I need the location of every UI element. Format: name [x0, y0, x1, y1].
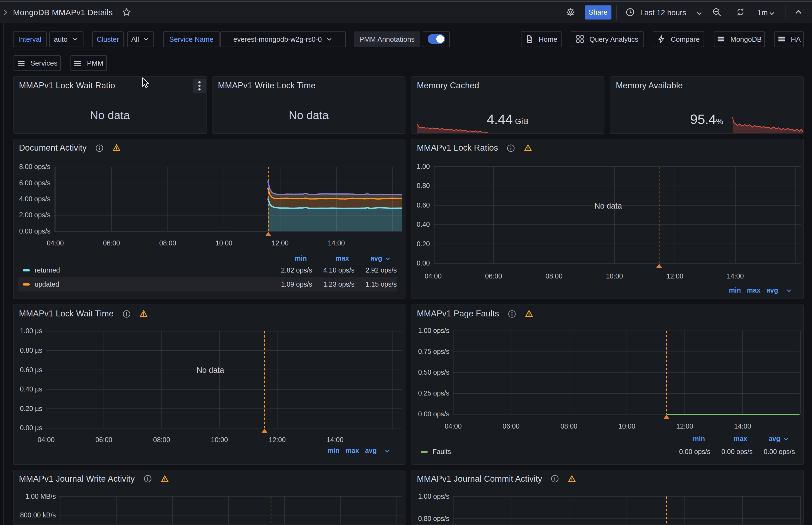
svg-text:12:00: 12:00: [676, 422, 693, 430]
svg-text:06:00: 06:00: [95, 436, 113, 444]
svg-text:14:00: 14:00: [327, 436, 344, 444]
svg-text:0.00: 0.00: [416, 259, 430, 267]
svg-text:08:00: 08:00: [546, 272, 563, 280]
svg-text:0.00 ops/s: 0.00 ops/s: [418, 410, 449, 418]
svg-text:14:00: 14:00: [727, 272, 744, 280]
svg-text:04:00: 04:00: [425, 272, 442, 280]
svg-text:0.80: 0.80: [416, 182, 430, 189]
svg-text:0.40 µs: 0.40 µs: [20, 385, 42, 393]
svg-text:0.80 µs: 0.80 µs: [20, 346, 42, 354]
svg-text:6.00 ops/s: 6.00 ops/s: [19, 179, 50, 187]
svg-text:1.00 ops/s: 1.00 ops/s: [418, 492, 449, 500]
svg-text:1.00 ops/s: 1.00 ops/s: [418, 327, 449, 334]
svg-text:No data: No data: [196, 366, 224, 374]
svg-text:0.20 µs: 0.20 µs: [20, 405, 42, 412]
svg-text:0.00 ops/s: 0.00 ops/s: [19, 227, 50, 235]
svg-text:4.00 ops/s: 4.00 ops/s: [19, 195, 50, 202]
svg-text:1.00 µs: 1.00 µs: [20, 327, 42, 334]
svg-text:0.60: 0.60: [416, 201, 430, 209]
svg-text:14:00: 14:00: [328, 239, 345, 247]
svg-text:04:00: 04:00: [47, 239, 64, 247]
svg-text:08:00: 08:00: [153, 436, 170, 444]
svg-text:06:00: 06:00: [103, 239, 120, 247]
svg-text:0.75 ops/s: 0.75 ops/s: [418, 348, 449, 355]
svg-text:800.00 kB/s: 800.00 kB/s: [20, 511, 56, 519]
svg-text:No data: No data: [594, 201, 622, 210]
svg-text:0.20: 0.20: [416, 240, 430, 247]
svg-text:0.25 ops/s: 0.25 ops/s: [418, 389, 449, 397]
svg-text:0.60 µs: 0.60 µs: [20, 366, 42, 374]
svg-text:04:00: 04:00: [38, 436, 55, 444]
svg-text:14:00: 14:00: [734, 422, 751, 430]
svg-text:0.50 ops/s: 0.50 ops/s: [418, 369, 449, 376]
svg-text:12:00: 12:00: [666, 272, 683, 280]
svg-text:10:00: 10:00: [606, 272, 623, 280]
svg-text:12:00: 12:00: [271, 239, 289, 247]
svg-text:10:00: 10:00: [216, 239, 233, 247]
svg-text:06:00: 06:00: [485, 272, 502, 280]
svg-text:08:00: 08:00: [560, 422, 578, 430]
svg-text:1.00: 1.00: [416, 163, 430, 170]
svg-text:08:00: 08:00: [159, 239, 176, 247]
svg-text:04:00: 04:00: [445, 422, 462, 430]
svg-text:06:00: 06:00: [502, 422, 519, 430]
svg-text:1.00 MB/s: 1.00 MB/s: [25, 492, 56, 500]
svg-text:0.40: 0.40: [416, 221, 430, 228]
svg-text:0.00 µs: 0.00 µs: [20, 424, 42, 432]
svg-text:8.00 ops/s: 8.00 ops/s: [19, 163, 50, 170]
svg-text:0.80 ops/s: 0.80 ops/s: [418, 514, 449, 522]
svg-text:2.00 ops/s: 2.00 ops/s: [19, 211, 50, 219]
svg-text:10:00: 10:00: [211, 436, 228, 444]
svg-text:10:00: 10:00: [619, 422, 636, 430]
svg-text:12:00: 12:00: [269, 436, 286, 444]
